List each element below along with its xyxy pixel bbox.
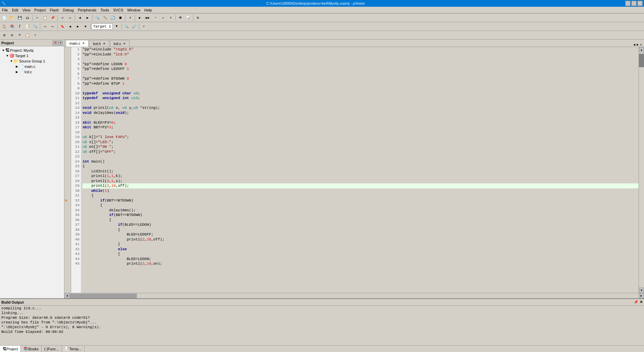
- tab-lcdc[interactable]: lcd.c ✕: [110, 40, 130, 47]
- mem-button[interactable]: 📋: [24, 32, 31, 39]
- tab-lcdh-close[interactable]: ✕: [103, 42, 106, 45]
- run-button[interactable]: ▶▶: [144, 14, 151, 21]
- zoom-out-button[interactable]: 🔎: [130, 23, 138, 30]
- bottom-tab-temp[interactable]: 📝 Temp...: [62, 346, 85, 352]
- vertical-scrollbar[interactable]: ▲ ▼: [639, 47, 644, 293]
- minimize-button[interactable]: −: [625, 1, 631, 6]
- books-button[interactable]: 📚: [8, 23, 16, 30]
- prev-bookmark-button[interactable]: ◀: [66, 23, 74, 30]
- watch-button[interactable]: 👁: [177, 14, 184, 21]
- tree-expand-lcdc[interactable]: ▶: [15, 70, 19, 74]
- next-bookmark-button[interactable]: ▶: [74, 23, 82, 30]
- logic-button[interactable]: ⚡: [32, 32, 39, 39]
- navigate-back-button[interactable]: ◀: [76, 14, 84, 21]
- tab-scroll-right[interactable]: ▶: [636, 43, 639, 47]
- tree-project-root[interactable]: ▼ 🏗 Project: Myobj: [0, 48, 64, 53]
- menu-flash[interactable]: Flash: [48, 7, 61, 13]
- bottom-tab-books[interactable]: 📚 Books: [21, 346, 42, 352]
- disasm-button[interactable]: ⊞: [1, 32, 8, 39]
- scroll-track[interactable]: [639, 52, 644, 288]
- code-editor[interactable]: "pp">#include "reg52.h""pp">#include "lc…: [81, 47, 639, 293]
- target-selector[interactable]: Target 1: [92, 24, 113, 30]
- navigate-fwd-button[interactable]: ▶: [84, 14, 91, 21]
- menu-view[interactable]: View: [20, 7, 33, 13]
- tree-source-group[interactable]: ▼ 📁 Source Group 1: [0, 58, 64, 64]
- scroll-up-button[interactable]: ▲: [639, 47, 644, 52]
- tree-file-mainc[interactable]: ▶ 📄 main.c: [0, 64, 64, 69]
- indent-button[interactable]: ⟶: [41, 23, 49, 30]
- scroll-left-button[interactable]: ◀: [64, 294, 70, 298]
- menu-edit[interactable]: Edit: [10, 7, 20, 13]
- step-out-button[interactable]: ⬆: [167, 14, 174, 21]
- reg-button[interactable]: ≡: [16, 32, 23, 39]
- build-button[interactable]: 🔨: [101, 14, 109, 21]
- start-debug-button[interactable]: ▶: [136, 14, 144, 21]
- build-panel-pin[interactable]: 📌: [634, 300, 638, 304]
- cut-button[interactable]: ✂: [34, 14, 41, 21]
- open-button[interactable]: 📂: [8, 14, 16, 21]
- menu-file[interactable]: File: [0, 7, 10, 13]
- memory-button[interactable]: 📊: [184, 14, 192, 21]
- h-scroll-track[interactable]: [70, 294, 639, 298]
- find-button[interactable]: 🔍: [32, 23, 39, 30]
- close-button[interactable]: ✕: [637, 1, 643, 6]
- clear-bookmarks-button[interactable]: ✖: [82, 23, 89, 30]
- zoom-in-button[interactable]: 🔍: [123, 23, 130, 30]
- bottom-tab-func[interactable]: { } Func...: [42, 346, 62, 352]
- undo-button[interactable]: ↩: [59, 14, 66, 21]
- tab-lcdc-close[interactable]: ✕: [123, 42, 126, 45]
- template-button[interactable]: 📝: [24, 23, 31, 30]
- target-options-button[interactable]: ▼: [113, 23, 120, 30]
- unindent-button[interactable]: ⟵: [49, 23, 56, 30]
- menu-window[interactable]: Window: [125, 7, 142, 13]
- step-over-button[interactable]: ⇒: [159, 14, 167, 21]
- code-line: [83, 130, 639, 135]
- tree-expand-source[interactable]: ▼: [9, 59, 13, 63]
- menu-project[interactable]: Project: [32, 7, 48, 13]
- step-button[interactable]: →: [152, 14, 159, 21]
- peripherals-button[interactable]: ⚡: [140, 23, 148, 30]
- panel-pin-button[interactable]: 📌: [53, 41, 57, 45]
- search-button[interactable]: 🔍: [94, 14, 101, 21]
- bottom-tab-project[interactable]: 🏗 Project: [0, 346, 21, 352]
- tree-file-lcdc[interactable]: ▶ 📄 lcd.c: [0, 69, 64, 75]
- maximize-button[interactable]: □: [631, 1, 637, 6]
- menu-svcs[interactable]: SVCS: [111, 7, 125, 13]
- stop-build-button[interactable]: ⏹: [117, 14, 124, 21]
- menu-tools[interactable]: Tools: [99, 7, 111, 13]
- tree-expand-mainc[interactable]: ▶: [15, 65, 19, 68]
- tree-expand-project[interactable]: ▼: [1, 49, 5, 52]
- debug-arrow: ▶: [65, 198, 68, 203]
- menu-debug[interactable]: Debug: [61, 7, 76, 13]
- menu-help[interactable]: Help: [142, 7, 154, 13]
- scroll-right-button[interactable]: ▶: [639, 294, 644, 298]
- scroll-down-button[interactable]: ▼: [639, 288, 644, 293]
- project-window-button[interactable]: 🏠: [1, 23, 8, 30]
- scroll-thumb[interactable]: [639, 54, 644, 67]
- build-output-line: Build Time Elapsed: 00:00:02: [1, 330, 643, 335]
- func-button[interactable]: ƒ: [16, 23, 23, 30]
- download-button[interactable]: ⬇: [126, 14, 134, 21]
- tab-mainc[interactable]: main.c ✕: [66, 40, 89, 47]
- paste-button[interactable]: 📌: [49, 14, 56, 21]
- save-button[interactable]: 💾: [16, 14, 23, 21]
- bookmark-button[interactable]: 🔖: [59, 23, 66, 30]
- tree-expand-target[interactable]: ▼: [5, 54, 9, 57]
- horizontal-scrollbar[interactable]: ◀ ▶: [64, 293, 644, 298]
- new-file-button[interactable]: 📄: [1, 14, 8, 21]
- copy-button[interactable]: 📋: [41, 14, 49, 21]
- h-scroll-thumb[interactable]: [70, 294, 137, 298]
- sym-button[interactable]: ⊟: [8, 32, 16, 39]
- tab-lcdh[interactable]: lcd.h ✕: [89, 40, 109, 47]
- tab-close-all[interactable]: ✕: [639, 43, 643, 47]
- tab-scroll-left[interactable]: ◀: [633, 43, 636, 47]
- rebuild-button[interactable]: 🔄: [109, 14, 116, 21]
- tree-target1[interactable]: ▼ 🎯 Target 1: [0, 53, 64, 58]
- options-button[interactable]: ⚙: [194, 14, 202, 21]
- build-panel-close[interactable]: ✕: [640, 300, 643, 304]
- panel-close-button[interactable]: ✕: [58, 41, 63, 45]
- redo-button[interactable]: ↪: [66, 14, 74, 21]
- menu-peripherals[interactable]: Peripherals: [76, 7, 99, 13]
- tab-mainc-close[interactable]: ✕: [82, 42, 85, 45]
- save-all-button[interactable]: 🗂: [24, 14, 31, 21]
